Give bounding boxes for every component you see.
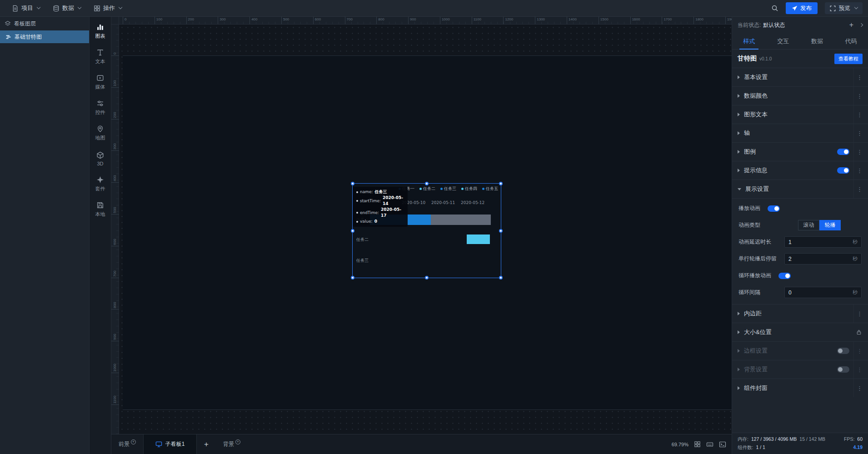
tab-subboard-1[interactable]: 子看板1	[143, 434, 197, 454]
tool-map[interactable]: 地图	[90, 120, 111, 146]
fps-value: 60	[857, 435, 863, 443]
tool-local[interactable]: 本地	[90, 197, 111, 222]
foreground-layer-button[interactable]: 前景 +	[111, 434, 143, 454]
ruler-tick-h: 200	[186, 17, 194, 24]
preview-button[interactable]: 预览	[825, 2, 863, 14]
tool-widgets[interactable]: 控件	[90, 95, 111, 120]
tool-kit[interactable]: 套件	[90, 171, 111, 197]
search-icon	[771, 5, 778, 12]
section-padding[interactable]: 内边距 ⋮	[732, 304, 868, 323]
more-menu-icon[interactable]: ⋮	[853, 87, 865, 105]
section-axis[interactable]: 轴 ⋮	[732, 124, 868, 142]
option-scroll[interactable]: 滚动	[798, 220, 819, 230]
resize-handle-w[interactable]	[351, 229, 354, 233]
more-menu-icon[interactable]: ⋮	[853, 304, 865, 323]
section-data-colors[interactable]: 数据颜色 ⋮	[732, 86, 868, 105]
ruler-v[interactable]: 010020030040050060070080090010001100	[111, 25, 119, 434]
more-menu-icon[interactable]: ⋮	[853, 379, 865, 397]
tool-media[interactable]: 媒体	[90, 70, 111, 95]
ruler-tick-v	[111, 87, 119, 88]
menu-actions[interactable]: 操作	[87, 0, 128, 16]
more-menu-icon[interactable]: ⋮	[853, 360, 865, 379]
section-label: 图形文本	[744, 110, 768, 119]
add-foreground-icon[interactable]: +	[131, 439, 136, 444]
lock-icon[interactable]	[853, 329, 865, 335]
gantt-component[interactable]: 任务一任务二任务三任务四任务五 2020-05-102020-05-112020…	[353, 184, 501, 278]
section-component-cover[interactable]: 组件封面 ⋮	[732, 379, 868, 397]
more-menu-icon[interactable]: ⋮	[853, 68, 865, 86]
add-state-button[interactable]: +	[849, 21, 853, 29]
control-label: 循环间隔	[738, 289, 760, 296]
background-toggle[interactable]	[837, 366, 849, 373]
tab-data[interactable]: 数据	[800, 33, 834, 49]
ruler-tick-v	[111, 341, 119, 341]
layer-item-gantt[interactable]: 基础甘特图	[0, 30, 89, 43]
tooltip-toggle[interactable]	[837, 167, 849, 174]
add-background-icon[interactable]: +	[235, 439, 240, 444]
resize-handle-n[interactable]	[425, 182, 429, 185]
tutorial-button[interactable]: 查看教程	[834, 54, 863, 64]
border-toggle[interactable]	[837, 348, 849, 354]
more-menu-icon[interactable]: ⋮	[853, 124, 865, 142]
more-menu-icon[interactable]: ⋮	[853, 143, 865, 161]
tool-label: 媒体	[95, 84, 105, 90]
animation-delay-input[interactable]: 1 秒	[784, 236, 862, 248]
menu-data[interactable]: 数据	[46, 0, 87, 16]
more-menu-icon[interactable]: ⋮	[853, 342, 865, 360]
play-animation-toggle[interactable]	[768, 205, 780, 212]
option-carousel[interactable]: 轮播	[819, 220, 841, 230]
shortcut-keys-button[interactable]	[706, 441, 713, 448]
console-button[interactable]	[719, 441, 726, 448]
tooltip-value: 2020-05-17	[381, 207, 404, 219]
section-tooltip[interactable]: 提示信息 ⋮	[732, 161, 868, 180]
tab-code[interactable]: 代码	[834, 33, 868, 49]
menu-project[interactable]: 项目	[5, 0, 46, 16]
tool-text[interactable]: 文本	[90, 44, 111, 70]
loop-interval-input[interactable]: 0 秒	[784, 287, 862, 298]
tool-3d[interactable]: 3D	[90, 146, 111, 171]
section-size-position[interactable]: 大小&位置	[732, 323, 868, 341]
chevron-down-icon	[37, 5, 40, 9]
section-graph-text[interactable]: 图形文本 ⋮	[732, 105, 868, 124]
background-layer-button[interactable]: 背景 +	[216, 434, 248, 454]
section-border-settings[interactable]: 边框设置 ⋮	[732, 341, 868, 360]
chevron-right-icon[interactable]	[859, 23, 863, 27]
loop-animation-toggle[interactable]	[778, 273, 791, 279]
tab-style[interactable]: 样式	[732, 33, 766, 49]
more-menu-icon[interactable]: ⋮	[853, 105, 865, 124]
tab-interaction[interactable]: 交互	[766, 33, 800, 49]
chevron-right-icon	[738, 169, 740, 172]
tooltip-bullet-icon	[356, 221, 358, 223]
resize-handle-nw[interactable]	[351, 182, 354, 185]
search-button[interactable]	[771, 5, 778, 12]
build-version: 4.19	[853, 443, 863, 451]
add-board-button[interactable]: +	[197, 434, 216, 454]
ruler-label-v: 400	[113, 175, 117, 181]
resize-handle-s[interactable]	[425, 276, 429, 279]
canvas[interactable]: 任务一任务二任务三任务四任务五 2020-05-102020-05-112020…	[119, 25, 732, 434]
resize-handle-e[interactable]	[499, 229, 503, 233]
publish-button[interactable]: 发布	[786, 2, 818, 14]
component-count-value: 1 / 1	[756, 443, 765, 451]
tool-charts[interactable]: 图表	[90, 19, 111, 44]
more-menu-icon[interactable]: ⋮	[853, 180, 865, 198]
legend-toggle[interactable]	[837, 149, 849, 155]
resize-handle-sw[interactable]	[351, 276, 354, 279]
ruler-tick-h: 300	[218, 17, 225, 24]
grid-view-button[interactable]	[694, 441, 701, 448]
resize-handle-se[interactable]	[499, 276, 503, 279]
canvas-wrap: 0100200300400500600700800900100011001200…	[111, 17, 732, 434]
resize-handle-ne[interactable]	[499, 182, 503, 185]
stay-duration-input[interactable]: 2 秒	[784, 253, 862, 264]
more-menu-icon[interactable]: ⋮	[853, 161, 865, 180]
section-legend[interactable]: 图例 ⋮	[732, 142, 868, 161]
axis-row-label: 任务三	[356, 258, 369, 264]
section-background-settings[interactable]: 背景设置 ⋮	[732, 360, 868, 379]
section-display-settings[interactable]: 展示设置 ⋮	[732, 180, 868, 198]
pagebar-right: 69.79%	[672, 441, 732, 448]
ruler-tick-v	[111, 278, 119, 278]
tool-label: 套件	[95, 185, 105, 192]
ruler-h[interactable]: 0100200300400500600700800900100011001200…	[119, 17, 732, 25]
tooltip-row: value: 0	[356, 219, 404, 225]
section-basic-settings[interactable]: 基本设置 ⋮	[732, 68, 868, 86]
